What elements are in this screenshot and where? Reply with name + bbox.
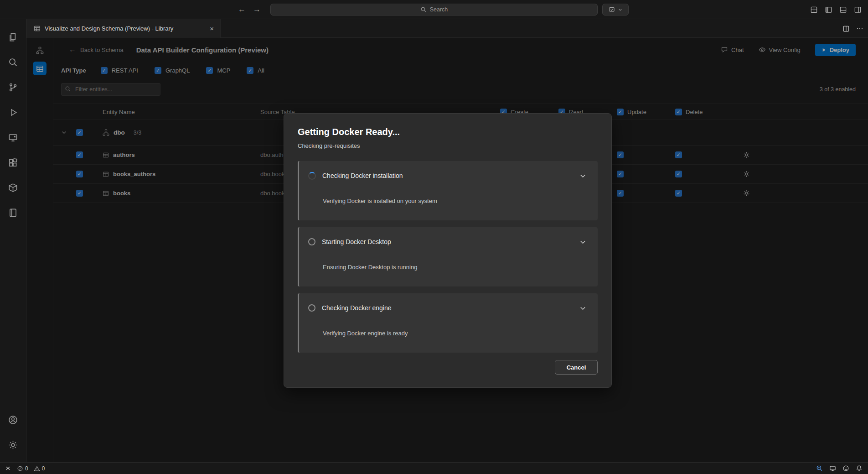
search-icon [420, 6, 427, 13]
split-editor-icon[interactable] [842, 25, 850, 32]
screen-icon[interactable] [829, 465, 836, 472]
editor-area: Visualize and Design Schema (Preview) - … [26, 19, 868, 462]
database-projects-icon[interactable] [2, 200, 24, 225]
search-placeholder: Search [430, 6, 448, 13]
step-description: Verifying Docker is installed on your sy… [323, 198, 587, 204]
back-nav-icon[interactable]: ← [238, 5, 246, 14]
extensions-icon[interactable] [2, 150, 24, 175]
docker-ready-dialog: Getting Docker Ready... Checking pre-req… [284, 113, 612, 388]
toggle-sidebar-right-icon[interactable] [854, 6, 862, 14]
more-actions-icon[interactable] [856, 25, 863, 32]
chevron-down-icon[interactable] [579, 172, 587, 180]
accounts-icon[interactable] [2, 407, 24, 432]
step-docker-engine: Checking Docker engine Verifying Docker … [298, 293, 598, 353]
search-sidebar-icon[interactable] [2, 50, 24, 75]
remote-explorer-icon[interactable] [2, 125, 24, 150]
dialog-subtitle: Checking pre-requisites [298, 142, 598, 150]
explorer-icon[interactable] [2, 25, 24, 50]
settings-gear-icon[interactable] [2, 432, 24, 458]
feedback-smiley-icon[interactable] [842, 465, 849, 472]
notifications-bell-icon[interactable] [856, 465, 863, 472]
command-center-dropdown[interactable] [602, 4, 629, 16]
close-tab-icon[interactable]: × [209, 25, 215, 32]
tab-strip: Visualize and Design Schema (Preview) - … [26, 19, 868, 38]
forward-nav-icon[interactable]: → [253, 5, 261, 14]
chevron-down-icon[interactable] [579, 238, 587, 246]
source-control-icon[interactable] [2, 75, 24, 100]
errors-indicator[interactable]: 0 [17, 465, 28, 472]
workbench: ← Back to Schema Data API Builder Config… [26, 38, 868, 462]
warning-icon [34, 465, 40, 472]
cancel-button[interactable]: Cancel [555, 360, 598, 375]
step-docker-installation: Checking Docker installation Verifying D… [298, 161, 598, 220]
tab-visualize-schema[interactable]: Visualize and Design Schema (Preview) - … [26, 19, 221, 38]
step-description: Ensuring Docker Desktop is running [323, 264, 587, 271]
status-bar: 0 0 [0, 462, 868, 474]
package-icon[interactable] [2, 175, 24, 200]
toggle-panel-icon[interactable] [839, 6, 847, 14]
customize-layout-icon[interactable] [810, 6, 818, 14]
step-title: Starting Docker Desktop [322, 238, 391, 245]
step-docker-desktop: Starting Docker Desktop Ensuring Docker … [298, 227, 598, 286]
chevron-down-icon [618, 7, 623, 12]
warning-count: 0 [42, 465, 45, 472]
step-title: Checking Docker engine [322, 304, 392, 312]
zoom-icon[interactable] [816, 465, 823, 472]
pending-circle-icon [308, 304, 315, 312]
remote-indicator-icon[interactable] [5, 465, 11, 472]
search-input[interactable]: Search [270, 4, 598, 16]
error-icon [17, 465, 23, 472]
activity-bar [0, 19, 26, 462]
tab-title: Visualize and Design Schema (Preview) - … [45, 25, 205, 32]
window-icon [609, 6, 615, 13]
error-count: 0 [25, 465, 28, 472]
pending-circle-icon [308, 238, 315, 245]
warnings-indicator[interactable]: 0 [34, 465, 45, 472]
chevron-down-icon[interactable] [579, 304, 587, 312]
step-title: Checking Docker installation [322, 172, 403, 179]
step-description: Verifying Docker engine is ready [323, 330, 587, 337]
run-debug-icon[interactable] [2, 100, 24, 125]
schema-designer-tab-icon [34, 25, 41, 32]
title-bar: ← → Search [0, 0, 868, 19]
toggle-sidebar-left-icon[interactable] [825, 6, 832, 14]
dialog-title: Getting Docker Ready... [298, 125, 598, 138]
spinner-icon [308, 172, 316, 180]
